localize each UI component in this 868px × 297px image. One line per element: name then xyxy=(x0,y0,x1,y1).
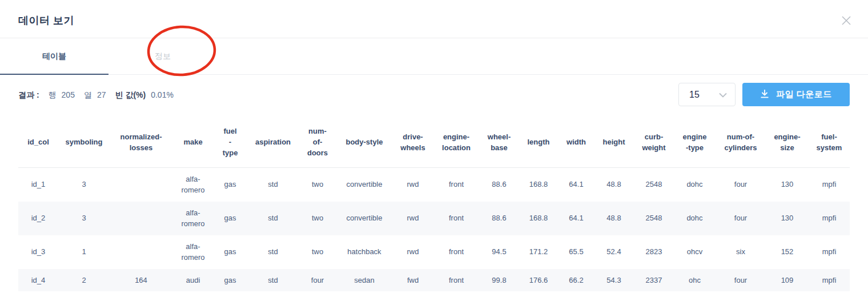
table-cell: dohc xyxy=(674,202,716,235)
file-download-button[interactable]: 파일 다운로드 xyxy=(742,83,850,106)
table-cell xyxy=(110,202,172,235)
table-cell: id_4 xyxy=(18,269,58,292)
table-cell: 4wd xyxy=(393,291,433,297)
table-cell: 54.3 xyxy=(594,291,634,297)
table-cell: id_2 xyxy=(18,202,58,235)
column-header: engine -type xyxy=(674,118,716,167)
table-cell: std xyxy=(247,167,299,202)
column-header: engine- size xyxy=(766,118,809,167)
tab-table-label: 테이블 xyxy=(42,51,66,62)
column-header: num-of- cylinders xyxy=(716,118,766,167)
column-header: num- of- doors xyxy=(299,118,336,167)
table-cell: 54.3 xyxy=(594,269,634,292)
table-cell: 65.5 xyxy=(558,235,594,269)
column-header: wheel- base xyxy=(480,118,519,167)
column-header: aspiration xyxy=(247,118,299,167)
table-cell: four xyxy=(716,167,766,202)
table-cell: fwd xyxy=(393,269,433,292)
table-row: id_23alfa- romerogasstdtwoconvertiblerwd… xyxy=(18,202,850,235)
table-header: id_colsymbolingnormalized- lossesmakefue… xyxy=(18,118,850,167)
table-cell: six xyxy=(716,235,766,269)
table-cell: std xyxy=(247,202,299,235)
download-icon xyxy=(760,89,769,101)
summary-label: 결과 : xyxy=(18,90,39,101)
table-cell: two xyxy=(299,167,336,202)
table-cell: std xyxy=(247,269,299,292)
table-cell: front xyxy=(433,269,480,292)
toolbar: 결과 : 행205 열27 빈 값(%)0.01% 15 파일 다운로드 xyxy=(0,75,868,118)
row-count: 행205 xyxy=(49,90,75,101)
table-cell: rwd xyxy=(393,235,433,269)
column-count: 열27 xyxy=(84,90,106,101)
table-cell: 99.8 xyxy=(480,269,519,292)
column-header: height xyxy=(594,118,634,167)
table-cell: convertible xyxy=(336,202,393,235)
data-table: id_colsymbolingnormalized- lossesmakefue… xyxy=(18,118,850,297)
table-cell: mpfi xyxy=(809,269,850,292)
table-cell: audi xyxy=(172,291,214,297)
table-cell: 94.5 xyxy=(480,235,519,269)
table-cell: 2548 xyxy=(634,202,674,235)
column-header: width xyxy=(558,118,594,167)
tab-table[interactable]: 테이블 xyxy=(0,38,108,74)
modal-header: 데이터 보기 xyxy=(0,0,868,38)
table-cell: two xyxy=(299,235,336,269)
table-cell: dohc xyxy=(674,167,716,202)
table-cell: 130 xyxy=(766,167,809,202)
header-row: id_colsymbolingnormalized- lossesmakefue… xyxy=(18,118,850,167)
table-cell: five xyxy=(716,291,766,297)
table-cell: ohc xyxy=(674,291,716,297)
close-button[interactable] xyxy=(839,14,853,27)
table-cell: id_5 xyxy=(18,291,58,297)
table-cell: 3 xyxy=(58,202,110,235)
column-header: length xyxy=(519,118,558,167)
table-cell: 64.1 xyxy=(558,202,594,235)
table-cell: front xyxy=(433,202,480,235)
table-cell: 2 xyxy=(58,291,110,297)
table-cell: 64.1 xyxy=(558,167,594,202)
table-cell: 164 xyxy=(110,269,172,292)
table-cell: id_3 xyxy=(18,235,58,269)
table-row: id_52164audigasstdfoursedan4wdfront99.41… xyxy=(18,291,850,297)
close-icon xyxy=(839,19,853,29)
table-cell: 176.6 xyxy=(519,269,558,292)
table-cell: mpfi xyxy=(809,202,850,235)
tab-info-label: 정보 xyxy=(155,51,171,62)
table-cell: 3 xyxy=(58,167,110,202)
table-cell: gas xyxy=(214,269,247,292)
table-cell: 48.8 xyxy=(594,167,634,202)
table-cell xyxy=(110,167,172,202)
table-cell: 48.8 xyxy=(594,202,634,235)
column-header: symboling xyxy=(58,118,110,167)
table-cell: four xyxy=(716,202,766,235)
table-cell: alfa- romero xyxy=(172,235,214,269)
table-cell: front xyxy=(433,167,480,202)
table-cell: convertible xyxy=(336,167,393,202)
table-cell: rwd xyxy=(393,167,433,202)
table-cell: 171.2 xyxy=(519,235,558,269)
table-cell: sedan xyxy=(336,291,393,297)
table-cell: mpfi xyxy=(809,291,850,297)
column-header: engine- location xyxy=(433,118,480,167)
table-cell: 2824 xyxy=(634,291,674,297)
table-cell: 99.4 xyxy=(480,291,519,297)
table-cell: sedan xyxy=(336,269,393,292)
table-cell: 168.8 xyxy=(519,202,558,235)
page-size-value: 15 xyxy=(689,90,700,100)
table-cell: 2 xyxy=(58,269,110,292)
table-cell: ohc xyxy=(674,269,716,292)
column-header: body-style xyxy=(336,118,393,167)
page-size-select[interactable]: 15 xyxy=(678,83,736,106)
table-cell: 136 xyxy=(766,291,809,297)
table-cell: gas xyxy=(214,235,247,269)
table-cell: two xyxy=(299,202,336,235)
table-cell: std xyxy=(247,235,299,269)
table-cell: gas xyxy=(214,202,247,235)
column-header: fuel- system xyxy=(809,118,850,167)
tab-info[interactable]: 정보 xyxy=(108,38,217,74)
table-cell: four xyxy=(299,269,336,292)
table-cell: std xyxy=(247,291,299,297)
table-cell: 176.6 xyxy=(519,291,558,297)
table-cell: gas xyxy=(214,291,247,297)
table-cell: mpfi xyxy=(809,235,850,269)
